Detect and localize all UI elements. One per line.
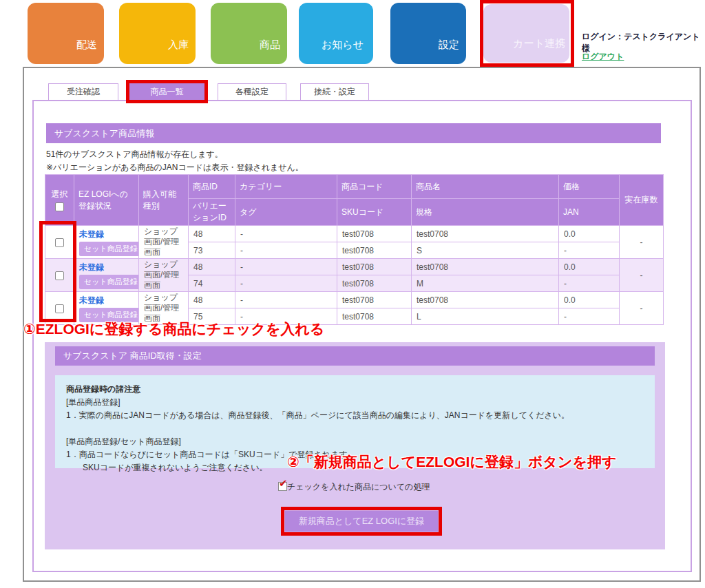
notes-title: 商品登録時の諸注意: [66, 383, 644, 396]
notes-p1-line: 1．実際の商品にJANコードがある場合は、商品登録後、「商品」ページにて該当商品…: [66, 409, 644, 422]
nav-label: 入庫: [168, 39, 189, 52]
nav-button-products[interactable]: 商品: [211, 3, 287, 64]
row-registration-cell: 未登録 セット商品登録: [74, 226, 139, 259]
tab-order-confirm[interactable]: 受注確認: [48, 83, 118, 101]
sku-code-cell: test0708: [337, 275, 412, 292]
register-as-new-product-button[interactable]: 新規商品としてEZ LOGIに登録: [284, 510, 439, 532]
header-stock: 実在庫数: [620, 175, 664, 226]
tab-connection-settings[interactable]: 接続・設定: [300, 83, 369, 101]
nav-label: 設定: [439, 39, 459, 52]
sku-code-cell: test0708: [337, 308, 412, 325]
row-select-cell: [45, 226, 74, 259]
nav-button-settings[interactable]: 設定: [390, 3, 466, 64]
nav-label: 配送: [76, 39, 97, 52]
unregistered-link[interactable]: 未登録: [79, 262, 104, 272]
product-name-cell: test0708: [412, 226, 559, 242]
product-id-cell: 48: [189, 259, 235, 275]
jan-cell: -: [559, 242, 620, 259]
spec-cell: L: [412, 308, 559, 325]
tab-product-list[interactable]: 商品一覧: [129, 83, 204, 100]
nav-button-news[interactable]: お知らせ: [299, 3, 373, 64]
header-variation-id: バリエーションID: [189, 199, 235, 226]
nav-button-cart-link[interactable]: カート連携: [483, 4, 569, 63]
header-category: カテゴリー: [235, 175, 337, 199]
row-checkbox[interactable]: [55, 304, 64, 313]
header-spec: 規格: [412, 199, 559, 226]
header-product-name: 商品名: [412, 175, 559, 199]
process-checkbox[interactable]: ✔: [278, 482, 287, 491]
stock-cell: -: [620, 259, 664, 292]
note-line: ※バリエーションがある商品のJANコードは表示・登録されません。: [46, 161, 304, 174]
row-registration-cell: 未登録 セット商品登録: [74, 259, 139, 292]
header-sku-code: SKUコード: [337, 199, 412, 226]
spec-cell: S: [412, 242, 559, 259]
notes-p2-head: [単品商品登録/セット商品登録]: [66, 435, 644, 448]
header-product-code: 商品コード: [337, 175, 412, 199]
header-jan: JAN: [559, 199, 620, 226]
jan-cell: -: [559, 308, 620, 325]
select-all-checkbox[interactable]: [55, 202, 64, 211]
section-header-product-id-setting: サブスクストア 商品ID取得・設定: [55, 346, 655, 366]
product-name-cell: test0708: [412, 259, 559, 275]
table-header-row-1: 選択 EZ LOGIへの登録状況 購入可能種別 商品ID カテゴリー 商品コード…: [45, 175, 664, 199]
product-count-text: 51件のサブスクストア商品情報が存在します。 ※バリエーションがある商品のJAN…: [46, 148, 304, 174]
row-checkbox[interactable]: [55, 271, 64, 280]
purchase-type-cell: ショップ画面/管理画面: [139, 259, 189, 292]
set-product-register-button[interactable]: セット商品登録: [79, 275, 139, 289]
notes-p1-head: [単品商品登録]: [66, 396, 644, 409]
process-option-line: ✔チェックを入れた商品についての処理: [278, 481, 430, 493]
price-cell: 0.0: [559, 292, 620, 308]
row-checkbox[interactable]: [55, 238, 64, 247]
category-cell: -: [235, 292, 337, 308]
row-select-cell: [45, 259, 74, 292]
logout-link[interactable]: ログアウト: [582, 51, 624, 63]
category-cell: -: [235, 226, 337, 242]
annotation-box-product-list-tab: 商品一覧: [126, 80, 208, 103]
page: 配送 入庫 商品 お知らせ 設定 カート連携 ログイン：テストクライアント様 ロ…: [0, 0, 705, 588]
product-id-cell: 48: [189, 226, 235, 242]
header-tag: タグ: [235, 199, 337, 226]
nav-label: カート連携: [513, 37, 565, 50]
product-code-cell: test0708: [337, 292, 412, 308]
purchase-type-cell: ショップ画面/管理画面: [139, 226, 189, 259]
nav-button-delivery[interactable]: 配送: [28, 3, 104, 64]
category-cell: -: [235, 259, 337, 275]
header-product-id: 商品ID: [189, 175, 235, 199]
header-select: 選択: [45, 175, 74, 226]
unregistered-link[interactable]: 未登録: [79, 295, 104, 305]
set-product-register-button[interactable]: セット商品登録: [79, 242, 139, 256]
product-table: 選択 EZ LOGIへの登録状況 購入可能種別 商品ID カテゴリー 商品コード…: [45, 174, 664, 325]
price-cell: 0.0: [559, 259, 620, 275]
price-cell: 0.0: [559, 226, 620, 242]
notes-gap: [66, 422, 644, 435]
tag-cell: -: [235, 275, 337, 292]
table-row: 未登録 セット商品登録 ショップ画面/管理画面 48 - test0708 te…: [45, 226, 664, 242]
section-header-product-info: サブスクストア商品情報: [46, 123, 661, 143]
process-label: チェックを入れた商品についての処理: [287, 482, 430, 492]
nav-button-inbound[interactable]: 入庫: [119, 3, 196, 64]
nav-label: 商品: [260, 39, 280, 52]
tab-various-settings[interactable]: 各種設定: [218, 83, 286, 101]
product-id-cell: 48: [189, 292, 235, 308]
header-registration: EZ LOGIへの登録状況: [74, 175, 139, 226]
product-code-cell: test0708: [337, 259, 412, 275]
annotation-box-register-button: 新規商品としてEZ LOGIに登録: [281, 507, 442, 536]
table-row: 未登録 セット商品登録 ショップ画面/管理画面 48 - test0708 te…: [45, 292, 664, 308]
product-code-cell: test0708: [337, 226, 412, 242]
stock-cell: -: [620, 226, 664, 259]
jan-cell: -: [559, 275, 620, 292]
spec-cell: M: [412, 275, 559, 292]
annotation-step1-text: ①EZLOGIに登録する商品にチェックを入れる: [23, 319, 324, 339]
unregistered-link[interactable]: 未登録: [79, 229, 104, 239]
count-line: 51件のサブスクストア商品情報が存在します。: [46, 148, 304, 161]
checkmark-icon: ✔: [279, 478, 288, 488]
nav-label: お知らせ: [322, 39, 364, 52]
header-price: 価格: [559, 175, 620, 199]
sku-code-cell: test0708: [337, 242, 412, 259]
tag-cell: -: [235, 242, 337, 259]
stock-cell: -: [620, 292, 664, 325]
table-row: 未登録 セット商品登録 ショップ画面/管理画面 48 - test0708 te…: [45, 259, 664, 275]
annotation-step2-text: ②「新規商品としてEZLOGIに登録」ボタンを押す: [287, 452, 616, 472]
variation-id-cell: 74: [189, 275, 235, 292]
product-name-cell: test0708: [412, 292, 559, 308]
